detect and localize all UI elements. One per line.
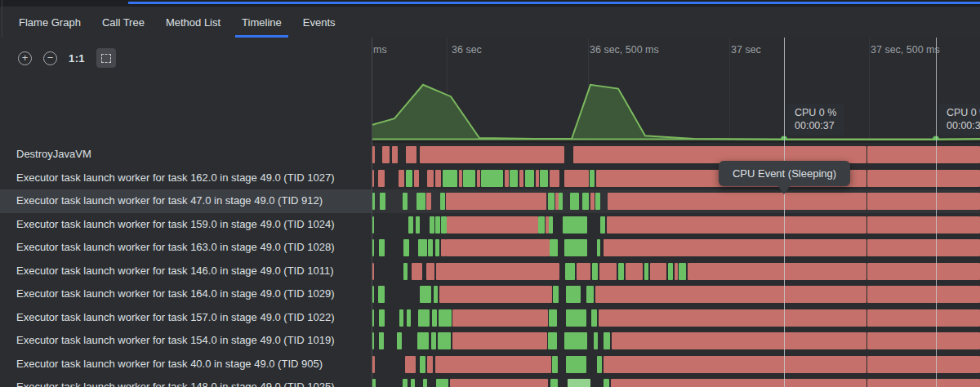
event-segment[interactable] xyxy=(604,239,866,256)
event-segment[interactable] xyxy=(604,332,610,349)
event-segment[interactable] xyxy=(867,286,980,303)
event-segment[interactable] xyxy=(481,170,503,187)
event-segment[interactable] xyxy=(420,356,425,373)
event-segment[interactable] xyxy=(549,309,557,327)
event-segment[interactable] xyxy=(538,216,545,234)
event-segment[interactable] xyxy=(600,216,605,234)
event-segment[interactable] xyxy=(549,216,553,234)
event-segment[interactable] xyxy=(372,263,374,280)
event-segment[interactable] xyxy=(426,263,434,280)
event-segment[interactable] xyxy=(414,170,419,187)
event-segment[interactable] xyxy=(566,286,581,303)
event-segment[interactable] xyxy=(416,216,420,234)
fit-to-window-button[interactable] xyxy=(96,48,116,68)
event-segment[interactable] xyxy=(867,193,980,210)
event-segment[interactable] xyxy=(564,170,589,187)
event-segment[interactable] xyxy=(566,356,586,373)
event-segment[interactable] xyxy=(440,193,445,210)
event-segment[interactable] xyxy=(553,286,559,303)
event-segment[interactable] xyxy=(372,170,374,187)
event-segment[interactable] xyxy=(399,309,403,327)
event-segment[interactable] xyxy=(372,146,375,163)
event-segment[interactable] xyxy=(379,332,384,349)
event-segment[interactable] xyxy=(650,263,666,280)
event-segment[interactable] xyxy=(372,216,374,234)
event-segment[interactable] xyxy=(441,216,447,234)
event-segment[interactable] xyxy=(446,239,550,256)
event-segment[interactable] xyxy=(611,379,866,387)
event-segment[interactable] xyxy=(463,170,475,187)
zoom-in-button[interactable]: + xyxy=(18,51,32,65)
event-segment[interactable] xyxy=(403,379,408,387)
event-segment[interactable] xyxy=(867,170,980,187)
event-segment[interactable] xyxy=(399,170,404,187)
event-segment[interactable] xyxy=(411,379,415,387)
event-segment[interactable] xyxy=(595,193,600,210)
event-segment[interactable] xyxy=(525,170,534,187)
event-segment[interactable] xyxy=(435,239,439,256)
event-segment[interactable] xyxy=(867,379,980,387)
event-segment[interactable] xyxy=(597,356,602,373)
event-segment[interactable] xyxy=(591,309,597,327)
event-segment[interactable] xyxy=(426,193,431,210)
event-segment[interactable] xyxy=(552,356,558,373)
event-segment[interactable] xyxy=(435,356,551,373)
event-segment[interactable] xyxy=(403,263,408,280)
event-segment[interactable] xyxy=(459,170,462,187)
event-segment[interactable] xyxy=(668,263,673,280)
event-segment[interactable] xyxy=(597,239,600,256)
thread-row-label[interactable]: Executor task launch worker for task 159… xyxy=(0,213,372,237)
event-segment[interactable] xyxy=(604,379,609,387)
event-segment[interactable] xyxy=(679,263,686,280)
event-segment[interactable] xyxy=(417,332,429,349)
thread-row-label[interactable]: Executor task launch worker for task 163… xyxy=(0,236,372,260)
event-segment[interactable] xyxy=(536,170,539,187)
event-segment[interactable] xyxy=(372,193,375,210)
event-segment[interactable] xyxy=(618,263,624,280)
event-segment[interactable] xyxy=(867,216,980,234)
tab-method-list[interactable]: Method List xyxy=(155,7,231,38)
event-segment[interactable] xyxy=(586,286,594,303)
event-segment[interactable] xyxy=(452,332,547,349)
event-segment[interactable] xyxy=(434,286,438,303)
event-segment[interactable] xyxy=(577,263,590,280)
event-segment[interactable] xyxy=(446,193,546,210)
event-segment[interactable] xyxy=(406,146,416,163)
event-segment[interactable] xyxy=(599,309,866,327)
event-segment[interactable] xyxy=(563,216,587,234)
event-segment[interactable] xyxy=(443,170,457,187)
zoom-ratio-button[interactable]: 1:1 xyxy=(69,52,85,64)
thread-row-label[interactable]: Executor task launch worker for task 148… xyxy=(0,376,372,387)
event-segment[interactable] xyxy=(564,332,587,349)
event-segment[interactable] xyxy=(403,193,408,210)
event-segment[interactable] xyxy=(420,146,564,163)
event-segment[interactable] xyxy=(510,170,518,187)
event-segment[interactable] xyxy=(867,146,980,163)
event-segment[interactable] xyxy=(568,379,590,387)
thread-row-label[interactable]: Executor task launch worker for task 47.… xyxy=(0,189,372,213)
event-segment[interactable] xyxy=(408,216,413,234)
event-segment[interactable] xyxy=(607,216,866,234)
event-segment[interactable] xyxy=(548,193,555,210)
thread-row-label[interactable]: Executor task launch worker for task 157… xyxy=(0,306,372,330)
event-segment[interactable] xyxy=(430,216,434,234)
event-segment[interactable] xyxy=(867,263,980,280)
event-segment[interactable] xyxy=(594,332,598,349)
event-segment[interactable] xyxy=(867,332,980,349)
event-segment[interactable] xyxy=(450,379,548,387)
tab-flame-graph[interactable]: Flame Graph xyxy=(8,7,91,38)
event-segment[interactable] xyxy=(406,170,412,187)
event-segment[interactable] xyxy=(867,239,980,256)
event-segment[interactable] xyxy=(397,332,402,349)
event-segment[interactable] xyxy=(550,379,558,387)
event-segment[interactable] xyxy=(428,239,433,256)
event-segment[interactable] xyxy=(372,332,374,349)
event-segment[interactable] xyxy=(566,309,586,327)
event-segment[interactable] xyxy=(590,170,595,187)
event-segment[interactable] xyxy=(548,332,557,349)
event-segment[interactable] xyxy=(378,170,385,187)
event-segment[interactable] xyxy=(372,309,374,327)
event-segment[interactable] xyxy=(570,193,579,210)
thread-row-label[interactable]: Executor task launch worker for task 154… xyxy=(0,329,372,353)
event-segment[interactable] xyxy=(431,332,436,349)
